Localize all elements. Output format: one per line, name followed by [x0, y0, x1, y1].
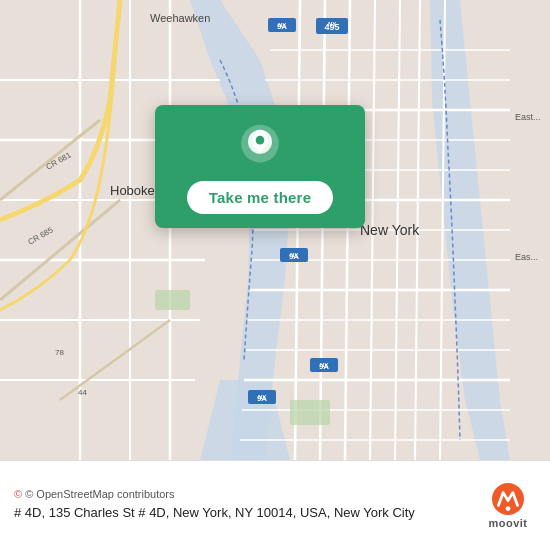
svg-text:NY: NY — [278, 22, 286, 28]
take-me-there-button[interactable]: Take me there — [187, 181, 333, 214]
address-block: © © OpenStreetMap contributors # 4D, 135… — [14, 488, 468, 523]
map-svg: CR 681 CR 685 78 44 9A NY 495 NY 9A NY 9… — [0, 0, 550, 460]
svg-text:NY: NY — [290, 252, 298, 258]
svg-point-65 — [506, 506, 511, 511]
svg-text:East...: East... — [515, 112, 541, 122]
svg-rect-59 — [290, 400, 330, 425]
moovit-icon — [492, 483, 524, 515]
svg-text:NY: NY — [258, 394, 266, 400]
svg-text:44: 44 — [78, 388, 87, 397]
osm-text: © OpenStreetMap contributors — [25, 488, 174, 500]
svg-text:NY: NY — [328, 21, 336, 27]
svg-text:78: 78 — [55, 348, 64, 357]
osm-icon: © — [14, 488, 22, 500]
svg-text:NY: NY — [320, 362, 328, 368]
svg-text:Weehawken: Weehawken — [150, 12, 210, 24]
location-card: Take me there — [155, 105, 365, 228]
svg-text:Eas...: Eas... — [515, 252, 538, 262]
address-text: # 4D, 135 Charles St # 4D, New York, NY … — [14, 504, 468, 523]
osm-credit: © © OpenStreetMap contributors — [14, 488, 468, 500]
svg-text:New York: New York — [360, 222, 420, 238]
location-pin-icon — [236, 123, 284, 171]
bottom-bar: © © OpenStreetMap contributors # 4D, 135… — [0, 460, 550, 550]
moovit-label: moovit — [488, 517, 527, 529]
svg-rect-58 — [155, 290, 190, 310]
moovit-logo: moovit — [480, 483, 536, 529]
map-container: CR 681 CR 685 78 44 9A NY 495 NY 9A NY 9… — [0, 0, 550, 460]
svg-point-63 — [256, 136, 265, 145]
